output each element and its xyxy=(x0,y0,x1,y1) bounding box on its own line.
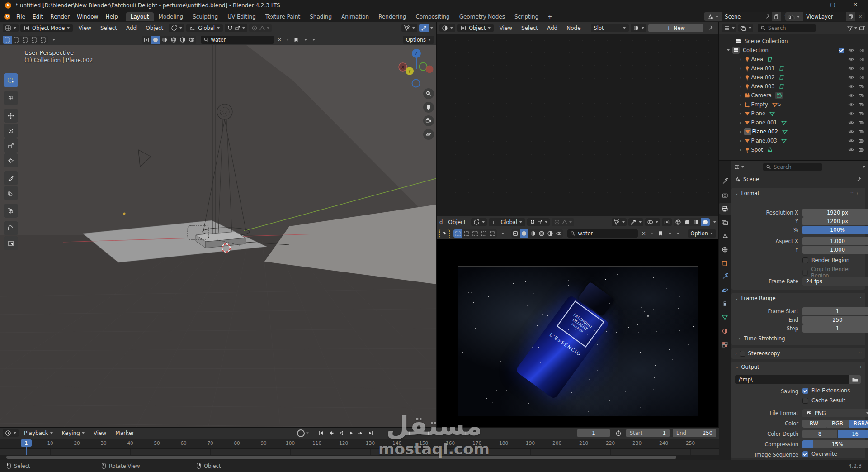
search-filter-caret[interactable] xyxy=(286,39,289,41)
select-mode-paint-icon[interactable] xyxy=(488,229,497,238)
disable-render-icon[interactable] xyxy=(858,110,864,117)
workspace-tab-geometry-nodes[interactable]: Geometry Nodes xyxy=(455,12,509,21)
snap-toggle[interactable] xyxy=(225,24,247,32)
outliner-row-spot[interactable]: ›Spot xyxy=(719,145,868,154)
disable-render-icon[interactable] xyxy=(858,74,864,81)
viewport-3d[interactable]: Object ModeViewSelectAddObjectGlobal wat… xyxy=(0,22,437,428)
outliner-row-scene-collection[interactable]: Scene Collection xyxy=(719,37,868,46)
properties-options-caret[interactable] xyxy=(863,166,865,168)
editor-type-button[interactable] xyxy=(439,24,455,32)
clear-search-icon[interactable]: ✕ xyxy=(278,37,282,43)
scene-lights-icon[interactable] xyxy=(169,36,178,44)
outliner-row-camera[interactable]: ›Camera xyxy=(719,91,868,100)
output-path-field[interactable]: /tmp\ xyxy=(735,375,849,384)
show-gizmo-toggle[interactable] xyxy=(628,218,643,226)
select-mode-box-icon[interactable] xyxy=(12,36,21,44)
shader-menu-add[interactable]: Add xyxy=(543,25,561,31)
scene-world-icon[interactable] xyxy=(546,229,554,238)
transform-pivot-button[interactable] xyxy=(169,24,184,32)
frame-end-field[interactable]: End250 xyxy=(673,429,716,437)
hide-eye-icon[interactable] xyxy=(848,110,854,117)
workspace-tab-animation[interactable]: Animation xyxy=(337,12,373,21)
tool-measure-icon[interactable] xyxy=(4,186,18,200)
disable-render-icon[interactable] xyxy=(858,147,864,153)
time-stretching-panel[interactable]: ›Time Stretching xyxy=(739,335,785,342)
tool-transform-icon[interactable] xyxy=(4,153,18,167)
timeline-menu-marker[interactable]: Marker xyxy=(112,430,137,436)
outliner-row-area[interactable]: ›Area xyxy=(719,55,868,64)
bookmark-icon[interactable] xyxy=(293,37,299,43)
workspace-tab-scripting[interactable]: Scripting xyxy=(510,12,543,21)
hide-eye-icon[interactable] xyxy=(848,119,854,126)
tab-output-icon[interactable] xyxy=(719,203,731,215)
color-depth-8[interactable]: 8 xyxy=(802,430,837,438)
menu-help[interactable]: Help xyxy=(102,14,121,20)
material-icon[interactable] xyxy=(160,36,169,44)
tab-scene-icon[interactable] xyxy=(719,230,731,242)
select-mode-buttons[interactable] xyxy=(453,229,497,238)
panel-header-output[interactable]: ⌄Output∷ xyxy=(731,362,865,372)
current-frame-field[interactable]: 1 xyxy=(577,429,610,437)
color-mode-bw[interactable]: BW xyxy=(802,420,826,428)
shader-menu-node[interactable]: Node xyxy=(563,25,584,31)
proportional-edit-toggle[interactable] xyxy=(249,24,272,32)
timeline-scrollbar[interactable] xyxy=(0,455,719,460)
disable-render-icon[interactable] xyxy=(858,129,864,135)
add-workspace-button[interactable]: + xyxy=(543,12,557,21)
active-tool-button[interactable] xyxy=(439,229,450,238)
file-format-dropdown[interactable]: PNG xyxy=(802,409,868,417)
show-object-types-button[interactable] xyxy=(401,24,417,32)
extra-caret-1[interactable] xyxy=(669,233,671,234)
workspace-tab-texture-paint[interactable]: Texture Paint xyxy=(261,12,305,21)
open-filebrowser-button[interactable] xyxy=(849,375,861,384)
jump-to-start-button[interactable] xyxy=(317,430,325,436)
close-button[interactable]: ✕ xyxy=(846,1,864,8)
timeline-tracks[interactable] xyxy=(0,449,719,455)
outliner-filter-id-icon[interactable] xyxy=(738,24,753,32)
orientation-selector[interactable]: Global xyxy=(186,24,223,32)
properties-editor-type[interactable] xyxy=(734,164,744,170)
tab-render-icon[interactable] xyxy=(719,189,731,201)
outliner-row-plane.003[interactable]: ›Plane.003 xyxy=(719,136,868,145)
disable-render-icon[interactable] xyxy=(858,56,864,62)
color-mode-rgb[interactable]: RGB xyxy=(826,420,849,428)
extra-caret-2[interactable] xyxy=(677,233,679,234)
disable-render-icon[interactable] xyxy=(858,119,864,126)
viewport-rendered[interactable]: dObjectGlobal water✕Option PATCHOULI DEL… xyxy=(437,216,719,428)
pin-icon[interactable] xyxy=(763,12,772,21)
outliner-search-input[interactable]: Search xyxy=(758,24,816,32)
viewport-display-icon[interactable] xyxy=(151,36,160,44)
timeline[interactable]: PlaybackKeyingViewMarker1Start1End250 10… xyxy=(0,428,719,460)
proportional-edit-toggle[interactable] xyxy=(552,218,574,226)
scene-name[interactable]: Scene xyxy=(722,12,763,21)
viewport-menu-object[interactable]: Object xyxy=(142,25,167,31)
xray-icon[interactable] xyxy=(511,229,520,238)
timeline-menu-playback[interactable]: Playback xyxy=(20,430,57,436)
scene-lights-icon[interactable] xyxy=(537,229,546,238)
editor-type-button[interactable] xyxy=(3,429,19,437)
viewport-menu-object[interactable]: Object xyxy=(444,219,469,225)
tool-rotate-icon[interactable] xyxy=(4,124,18,138)
bookmark-icon[interactable] xyxy=(658,230,663,237)
outliner[interactable]: Search Scene CollectionCollection›Area›A… xyxy=(719,22,868,161)
color-depth-16[interactable]: 16 xyxy=(838,430,868,438)
tool-add-cube-icon[interactable] xyxy=(4,204,18,218)
overwrite-checkbox[interactable] xyxy=(802,451,808,457)
transform-pivot-button[interactable] xyxy=(471,218,487,226)
extra-caret-1[interactable] xyxy=(304,39,307,41)
resolution-percent-slider[interactable]: 100% xyxy=(802,226,868,234)
tab-modifiers-icon[interactable] xyxy=(719,271,731,282)
select-mode-buttons[interactable] xyxy=(3,36,48,44)
duplicate-scene-icon[interactable] xyxy=(772,12,781,21)
visibility-toggles[interactable] xyxy=(142,36,196,44)
tab-constraints-icon[interactable] xyxy=(719,298,731,310)
viewport-display-icon[interactable] xyxy=(520,229,528,238)
orientation-selector[interactable]: Global xyxy=(489,218,525,226)
playhead[interactable] xyxy=(26,446,27,455)
compositor-icon[interactable] xyxy=(187,36,196,44)
viewport-search-input[interactable]: water xyxy=(201,36,274,44)
shading-wireframe-icon[interactable] xyxy=(674,218,683,226)
scene-type-icon[interactable] xyxy=(704,12,722,21)
viewlayer-name[interactable]: ViewLayer xyxy=(803,12,846,21)
xray-toggle[interactable] xyxy=(662,218,672,226)
